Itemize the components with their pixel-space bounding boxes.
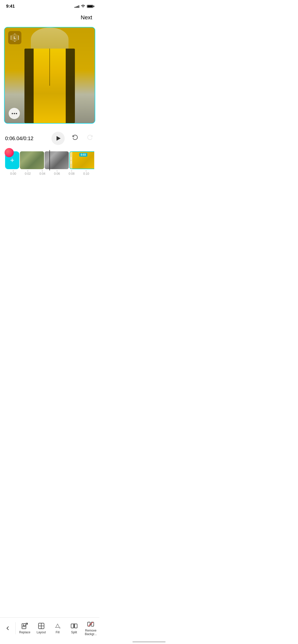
clip-1-thumbnail bbox=[20, 151, 44, 169]
signal-bars-icon bbox=[75, 5, 79, 8]
suit-zipper bbox=[49, 49, 50, 86]
ruler-mark-5: 0:10 bbox=[83, 170, 89, 175]
ruler-dot-1 bbox=[27, 170, 28, 171]
hair bbox=[31, 27, 69, 51]
ruler-dot-3 bbox=[57, 170, 58, 171]
undo-button[interactable] bbox=[71, 133, 79, 143]
wifi-icon bbox=[81, 4, 85, 9]
ruler-mark-0: 0:00 bbox=[10, 170, 16, 175]
dot-1 bbox=[12, 113, 13, 114]
suit-body bbox=[24, 49, 75, 123]
signal-bar-1 bbox=[75, 7, 75, 8]
signal-bar-4 bbox=[78, 5, 79, 8]
ruler-label-5: 0:10 bbox=[83, 172, 89, 175]
ruler-label-0: 0:00 bbox=[10, 172, 16, 175]
play-button[interactable] bbox=[51, 132, 65, 145]
timeline-orb bbox=[5, 148, 14, 157]
clip-3[interactable]: 0:03 bbox=[69, 151, 94, 169]
timeline-section: + 0:03 bbox=[0, 150, 99, 175]
clip-2[interactable] bbox=[45, 151, 69, 169]
ruler-mark-3: 0:06 bbox=[54, 170, 60, 175]
ruler-dot-0 bbox=[13, 170, 14, 171]
ruler-label-2: 0:04 bbox=[39, 172, 45, 175]
controls-section: 0:06.04/0:12 bbox=[0, 128, 99, 145]
playhead bbox=[49, 150, 50, 170]
ruler-label-3: 0:06 bbox=[54, 172, 60, 175]
video-preview-container: L bbox=[4, 27, 95, 124]
l-badge: L bbox=[8, 31, 21, 44]
add-clip-icon: + bbox=[10, 157, 14, 164]
timeline-track[interactable]: + 0:03 bbox=[5, 150, 94, 170]
ruler-mark-4: 0:08 bbox=[69, 170, 74, 175]
ruler-label-4: 0:08 bbox=[69, 172, 74, 175]
undo-icon bbox=[72, 134, 78, 141]
clip-3-duration-badge: 0:03 bbox=[79, 153, 87, 157]
total-time: 0:12 bbox=[23, 136, 33, 141]
suit-right-stripe bbox=[66, 49, 75, 123]
clip-3-left-handle[interactable] bbox=[70, 152, 72, 169]
l-badge-inner: L bbox=[11, 34, 19, 42]
signal-bar-3 bbox=[77, 6, 78, 8]
time-display: 0:06.04/0:12 bbox=[5, 136, 33, 141]
playback-controls bbox=[51, 132, 94, 145]
more-options-button[interactable] bbox=[9, 108, 20, 119]
play-icon bbox=[57, 136, 61, 141]
ruler-dot-4 bbox=[71, 170, 72, 171]
dot-2 bbox=[14, 113, 15, 114]
battery-fill bbox=[87, 5, 93, 7]
l-badge-text: L bbox=[14, 36, 16, 40]
time-controls: 0:06.04/0:12 bbox=[5, 132, 94, 145]
status-bar: 9:41 bbox=[0, 0, 99, 11]
more-options-dots bbox=[12, 113, 17, 114]
status-time: 9:41 bbox=[6, 4, 15, 9]
ruler-mark-2: 0:04 bbox=[39, 170, 45, 175]
redo-icon bbox=[87, 134, 93, 141]
ruler-label-1: 0:02 bbox=[25, 172, 31, 175]
ruler-mark-1: 0:02 bbox=[25, 170, 31, 175]
ruler-dot-5 bbox=[86, 170, 87, 171]
battery-icon bbox=[87, 5, 93, 8]
status-icons bbox=[75, 4, 93, 9]
suit-left-stripe bbox=[24, 49, 34, 123]
clip-2-thumbnail bbox=[45, 151, 69, 169]
dot-3 bbox=[16, 113, 17, 114]
timeline-ruler: 0:00 0:02 0:04 0:06 0:08 0:10 bbox=[5, 170, 94, 175]
clip-1[interactable] bbox=[20, 151, 44, 169]
next-button[interactable]: Next bbox=[79, 13, 94, 22]
signal-bar-2 bbox=[76, 6, 77, 8]
header: Next bbox=[0, 11, 99, 25]
redo-button[interactable] bbox=[86, 133, 94, 143]
current-time: 0:06.04 bbox=[5, 136, 22, 141]
person-figure bbox=[18, 27, 81, 123]
ruler-dot-2 bbox=[42, 170, 43, 171]
